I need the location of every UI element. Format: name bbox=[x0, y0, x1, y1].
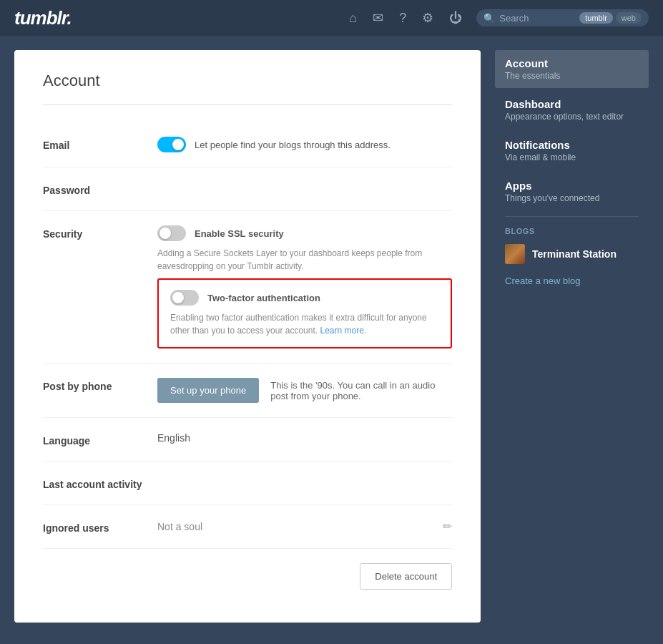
ignored-users-content: Not a soul ✏ bbox=[157, 519, 452, 533]
search-input[interactable] bbox=[499, 13, 571, 24]
home-icon[interactable]: ⌂ bbox=[349, 11, 357, 26]
twofa-toggle[interactable] bbox=[170, 290, 199, 306]
language-label: Language bbox=[43, 432, 157, 447]
power-icon[interactable]: ⏻ bbox=[449, 11, 462, 26]
nav-icons: ⌂ ✉ ? ⚙ ⏻ bbox=[349, 10, 462, 26]
sidebar-blog-item[interactable]: Terminant Station bbox=[495, 238, 649, 270]
password-label: Password bbox=[43, 182, 157, 196]
sidebar-item-notifications[interactable]: Notifications Via email & mobile bbox=[495, 132, 649, 170]
post-by-phone-row: Post by phone Set up your phone This is … bbox=[43, 364, 452, 418]
page-title: Account bbox=[43, 72, 452, 90]
settings-panel: Account Email Let people find your blogs… bbox=[14, 50, 481, 623]
ssl-toggle[interactable] bbox=[157, 225, 186, 241]
email-toggle-knob bbox=[172, 139, 184, 150]
language-value: English bbox=[157, 432, 452, 444]
ssl-toggle-knob bbox=[159, 228, 171, 239]
sidebar-dashboard-title: Dashboard bbox=[505, 98, 639, 110]
sidebar-notifications-sub: Via email & mobile bbox=[505, 152, 639, 162]
main-content: Account Email Let people find your blogs… bbox=[0, 36, 663, 637]
sidebar: Account The essentials Dashboard Appeara… bbox=[495, 50, 649, 292]
sidebar-item-account[interactable]: Account The essentials bbox=[495, 50, 649, 88]
sidebar-item-dashboard[interactable]: Dashboard Appearance options, text edito… bbox=[495, 91, 649, 129]
title-divider bbox=[43, 104, 452, 105]
search-tabs: tumblr web bbox=[579, 12, 642, 24]
last-activity-label: Last account activity bbox=[43, 476, 157, 490]
help-icon[interactable]: ? bbox=[399, 11, 406, 26]
ignored-users-value: Not a soul bbox=[157, 521, 202, 532]
sidebar-blogs-label: BLOGS bbox=[495, 223, 649, 238]
two-factor-box: Two-factor authentication Enabling two f… bbox=[157, 278, 452, 348]
sidebar-section-notifications: Notifications Via email & mobile bbox=[495, 132, 649, 170]
search-tab-tumblr[interactable]: tumblr bbox=[579, 12, 613, 24]
phone-description: This is the '90s. You can call in an aud… bbox=[270, 380, 452, 401]
security-content: Enable SSL security Adding a Secure Sock… bbox=[157, 225, 452, 348]
sidebar-account-title: Account bbox=[505, 57, 639, 69]
security-row: Security Enable SSL security Adding a Se… bbox=[43, 211, 452, 364]
twofa-description: Enabling two factor authentication makes… bbox=[170, 311, 439, 337]
mail-icon[interactable]: ✉ bbox=[373, 10, 383, 26]
sidebar-item-apps[interactable]: Apps Things you've connected bbox=[495, 172, 649, 210]
sidebar-apps-sub: Things you've connected bbox=[505, 193, 639, 203]
phone-row: Set up your phone This is the '90s. You … bbox=[157, 378, 452, 403]
post-by-phone-content: Set up your phone This is the '90s. You … bbox=[157, 378, 452, 403]
ignored-users-label: Ignored users bbox=[43, 519, 157, 534]
twofa-toggle-row: Two-factor authentication bbox=[170, 290, 439, 306]
password-row: Password bbox=[43, 167, 452, 211]
email-toggle[interactable] bbox=[157, 137, 186, 152]
app-logo: tumblr. bbox=[14, 7, 72, 29]
sidebar-section-apps: Apps Things you've connected bbox=[495, 172, 649, 210]
ssl-description: Adding a Secure Sockets Layer to your da… bbox=[157, 247, 452, 273]
twofa-toggle-label: Two-factor authentication bbox=[207, 293, 320, 303]
email-toggle-row: Let people find your blogs through this … bbox=[157, 137, 452, 152]
language-row: Language English bbox=[43, 418, 452, 462]
language-content: English bbox=[157, 432, 452, 444]
search-icon: 🔍 bbox=[483, 13, 495, 24]
email-content: Let people find your blogs through this … bbox=[157, 137, 452, 152]
last-activity-row: Last account activity bbox=[43, 462, 452, 505]
ignored-users-inner: Not a soul ✏ bbox=[157, 519, 452, 533]
setup-phone-button[interactable]: Set up your phone bbox=[157, 378, 259, 403]
blog-avatar-inner bbox=[505, 244, 525, 264]
delete-account-button[interactable]: Delete account bbox=[360, 563, 452, 590]
sidebar-section-account: Account The essentials bbox=[495, 50, 649, 88]
sidebar-divider bbox=[505, 216, 639, 217]
sidebar-notifications-title: Notifications bbox=[505, 139, 639, 151]
sidebar-apps-title: Apps bbox=[505, 180, 639, 192]
learn-more-link[interactable]: Learn more. bbox=[320, 326, 366, 336]
search-tab-web[interactable]: web bbox=[616, 12, 642, 24]
email-label: Email bbox=[43, 137, 157, 151]
search-bar: 🔍 tumblr web bbox=[476, 9, 649, 26]
ssl-toggle-label: Enable SSL security bbox=[195, 228, 284, 239]
edit-ignored-icon[interactable]: ✏ bbox=[443, 519, 452, 533]
post-by-phone-label: Post by phone bbox=[43, 378, 157, 392]
security-label: Security bbox=[43, 225, 157, 240]
blog-avatar bbox=[505, 244, 525, 264]
email-toggle-label: Let people find your blogs through this … bbox=[195, 140, 391, 150]
sidebar-account-sub: The essentials bbox=[505, 71, 639, 81]
top-nav: tumblr. ⌂ ✉ ? ⚙ ⏻ 🔍 tumblr web bbox=[0, 0, 663, 36]
email-row: Email Let people find your blogs through… bbox=[43, 122, 452, 167]
ignored-users-row: Ignored users Not a soul ✏ bbox=[43, 505, 452, 549]
sidebar-dashboard-sub: Appearance options, text editor bbox=[505, 112, 639, 122]
create-blog-link[interactable]: Create a new blog bbox=[495, 270, 649, 292]
twofa-toggle-knob bbox=[172, 292, 184, 303]
delete-row: Delete account bbox=[43, 549, 452, 590]
blog-name: Terminant Station bbox=[532, 248, 617, 260]
sidebar-section-dashboard: Dashboard Appearance options, text edito… bbox=[495, 91, 649, 129]
settings-icon[interactable]: ⚙ bbox=[422, 10, 433, 26]
ssl-toggle-row: Enable SSL security bbox=[157, 225, 452, 241]
